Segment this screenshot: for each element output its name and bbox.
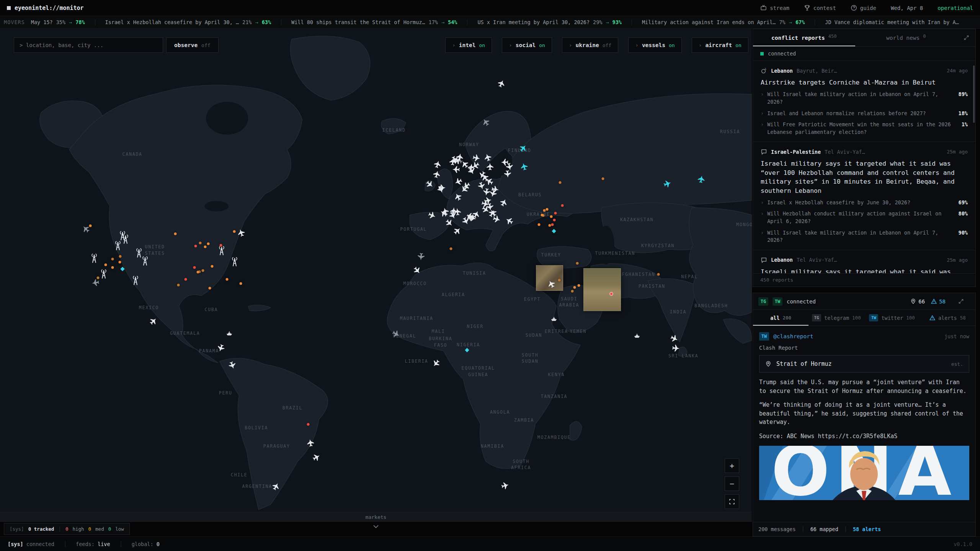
plane-marker-icon[interactable] [413, 266, 421, 274]
plane-marker-icon[interactable] [481, 173, 489, 181]
dot-marker-icon[interactable] [550, 215, 552, 218]
dot-marker-icon[interactable] [573, 286, 576, 289]
dot-marker-icon[interactable] [559, 181, 562, 184]
message-location-chip[interactable]: Strait of Hormuz est. [759, 355, 969, 373]
plane-marker-icon[interactable] [454, 193, 462, 201]
plane-marker-icon[interactable] [520, 162, 528, 170]
tower-marker-icon[interactable] [118, 231, 128, 241]
markets-bar[interactable]: markets [0, 512, 752, 522]
message-handle[interactable]: @clashreport [773, 333, 813, 339]
plane-marker-icon[interactable] [547, 280, 555, 288]
layer-toggle[interactable]: › intel on [445, 37, 492, 53]
ticker-item[interactable]: JD Vance diplomatic meeting with Iran by… [815, 19, 959, 25]
ship-marker-icon[interactable] [226, 330, 233, 337]
plane-marker-icon[interactable] [670, 334, 678, 342]
dot-marker-icon[interactable] [96, 276, 99, 279]
contest-link[interactable]: contest [804, 5, 836, 11]
dot-marker-icon[interactable] [177, 284, 180, 286]
message-photo[interactable]: ONA [759, 446, 969, 500]
dot-marker-icon[interactable] [576, 262, 579, 264]
dot-marker-icon[interactable] [184, 278, 187, 280]
dot-marker-icon[interactable] [193, 266, 196, 269]
dot-marker-icon[interactable] [571, 290, 573, 293]
feed-tab[interactable]: alerts 58 [920, 310, 975, 326]
tower-marker-icon[interactable] [217, 246, 227, 256]
plane-marker-icon[interactable] [441, 207, 449, 215]
dot-marker-icon[interactable] [111, 258, 114, 261]
layer-toggle[interactable]: › social on [502, 37, 552, 53]
layer-toggle[interactable]: › vessels on [628, 37, 682, 53]
dot-marker-icon[interactable] [307, 423, 310, 426]
prediction-row[interactable]: › Will Free Patriotic Movement win the m… [761, 121, 968, 136]
dot-marker-icon[interactable] [111, 266, 114, 269]
dot-marker-icon[interactable] [657, 273, 660, 276]
tower-marker-icon[interactable] [130, 276, 140, 286]
dot-marker-icon[interactable] [89, 225, 91, 227]
dot-marker-icon[interactable] [197, 271, 199, 274]
plane-marker-icon[interactable] [505, 217, 513, 225]
plane-marker-icon[interactable] [217, 344, 225, 352]
plane-marker-icon[interactable] [482, 118, 490, 126]
feed-tab[interactable]: TG telegram 100 [808, 310, 864, 326]
plane-marker-icon[interactable] [505, 163, 513, 171]
ship-marker-icon[interactable] [550, 315, 557, 322]
tower-marker-icon[interactable] [99, 269, 109, 279]
prediction-row[interactable]: › Israel and Lebanon normalize relations… [761, 110, 968, 117]
ticker-item[interactable]: May 15? 35% → 78% [31, 19, 85, 25]
plane-marker-icon[interactable] [426, 180, 434, 188]
plane-marker-icon[interactable] [417, 253, 425, 261]
dot-marker-icon[interactable] [541, 214, 543, 217]
plane-marker-icon[interactable] [488, 209, 496, 217]
plane-marker-icon[interactable] [489, 190, 497, 198]
dot-marker-icon[interactable] [211, 265, 214, 267]
world-map[interactable]: CANADAUNITED STATESMEXICOCUBAGUATEMALAPA… [0, 29, 752, 536]
map-search[interactable] [14, 37, 163, 53]
report-card[interactable]: Lebanon Tel Aviv-Yaf… 25m ago Israeli mi… [753, 250, 975, 273]
plane-marker-icon[interactable] [433, 160, 441, 168]
plane-marker-icon[interactable] [672, 344, 680, 352]
dot-marker-icon[interactable] [104, 264, 107, 266]
plane-marker-icon[interactable] [519, 144, 527, 152]
map-viewport[interactable]: CANADAUNITED STATESMEXICOCUBAGUATEMALAPA… [0, 29, 752, 512]
plane-marker-icon[interactable] [445, 219, 453, 227]
report-card[interactable]: Lebanon Bayrut, Beir… 24m ago Airstrike … [753, 61, 975, 142]
ticker-item[interactable]: US x Iran meeting by April 30, 2026? 29%… [467, 19, 622, 25]
feed-expand-button[interactable] [952, 298, 970, 304]
plane-marker-icon[interactable] [432, 360, 440, 368]
stream-link[interactable]: stream [760, 5, 789, 11]
search-input[interactable] [20, 42, 157, 48]
dot-marker-icon[interactable] [558, 279, 560, 282]
plane-marker-icon[interactable] [312, 453, 320, 461]
ship-marker-icon[interactable] [634, 332, 640, 339]
prediction-row[interactable]: › Will Hezbollah conduct military action… [761, 210, 968, 225]
plane-marker-icon[interactable] [484, 153, 492, 161]
plane-marker-icon[interactable] [437, 186, 445, 194]
dot-marker-icon[interactable] [194, 245, 197, 248]
tower-marker-icon[interactable] [140, 256, 150, 266]
plane-marker-icon[interactable] [497, 79, 505, 87]
dot-marker-icon[interactable] [202, 269, 204, 272]
tower-marker-icon[interactable] [229, 257, 240, 267]
dot-marker-icon[interactable] [240, 282, 242, 285]
prediction-row[interactable]: › Will Israel take military action in Le… [761, 91, 968, 106]
prediction-row[interactable]: › Israel x Hezbollah ceasefire by June 3… [761, 199, 968, 207]
plane-marker-icon[interactable] [237, 228, 245, 236]
ticker-item[interactable]: Will 80 ships transit the Strait of Horm… [281, 19, 457, 25]
dot-marker-icon[interactable] [546, 208, 549, 210]
plane-marker-icon[interactable] [272, 483, 280, 491]
dot-marker-icon[interactable] [174, 232, 176, 235]
feed-tab[interactable]: all 200 [753, 310, 808, 326]
dot-marker-icon[interactable] [543, 209, 546, 212]
plane-marker-icon[interactable] [484, 197, 492, 205]
plane-marker-icon[interactable] [456, 153, 464, 161]
plane-marker-icon[interactable] [307, 439, 315, 447]
dot-marker-icon[interactable] [551, 223, 554, 226]
zoom-in-button[interactable]: + [725, 458, 739, 473]
dot-marker-icon[interactable] [233, 230, 235, 233]
plane-marker-icon[interactable] [392, 330, 400, 338]
plane-marker-icon[interactable] [501, 481, 509, 489]
dot-marker-icon[interactable] [207, 242, 210, 245]
tab-world-news[interactable]: world news 0 [855, 29, 957, 46]
plane-marker-icon[interactable] [462, 182, 470, 190]
dot-marker-icon[interactable] [577, 284, 580, 287]
